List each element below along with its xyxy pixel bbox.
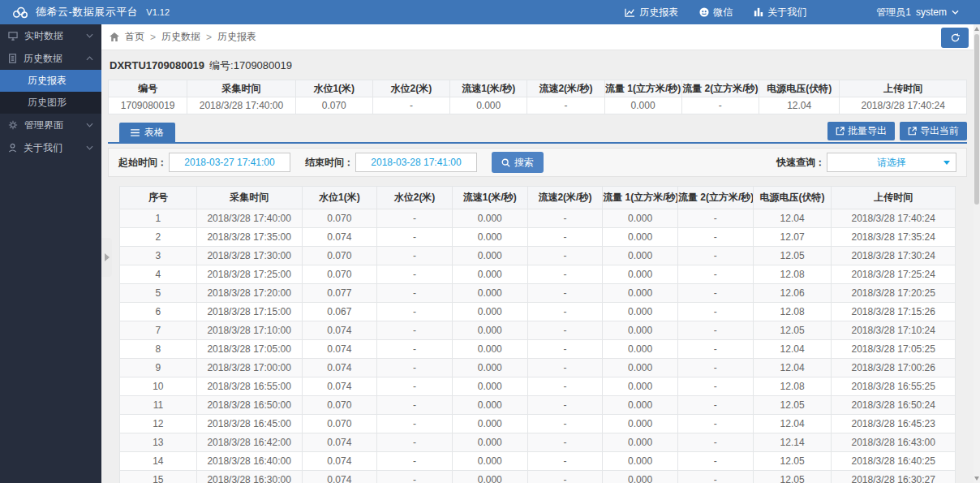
table-cell: - [527, 321, 603, 340]
refresh-icon [950, 32, 961, 43]
table-cell: 0.074 [302, 433, 377, 452]
table-cell: - [527, 228, 603, 247]
table-cell: - [527, 433, 603, 452]
table-cell: 0.000 [452, 321, 527, 340]
table-cell: - [377, 303, 453, 321]
scrollbar-down-arrow-icon[interactable] [974, 477, 979, 481]
table-cell: 2018/3/28 17:10:00 [196, 321, 302, 340]
sidebar-item-admin[interactable]: 管理界面 [0, 114, 101, 136]
refresh-button[interactable] [941, 28, 969, 48]
summary-table: 编号采集时间水位1(米)水位2(米)流速1(米/秒)流速2(米/秒)流量 1(立… [108, 80, 967, 114]
column-header: 流量 1(立方米/秒) [603, 187, 678, 209]
table-cell: 2018/3/28 16:40:25 [832, 452, 956, 471]
table-cell: 0.074 [302, 340, 377, 359]
list-icon [131, 129, 140, 136]
table-cell: 0.000 [452, 265, 527, 284]
sidebar-item-realtime-data[interactable]: 实时数据 [0, 24, 101, 47]
table-cell: 0.077 [302, 284, 377, 303]
table-cell: 8 [120, 340, 197, 359]
table-row: 132018/3/28 16:42:000.074-0.000-0.000-12… [120, 433, 956, 452]
table-cell: - [681, 97, 759, 114]
table-cell: 2018/3/28 16:30:00 [196, 471, 302, 483]
chevron-down-icon [952, 10, 959, 15]
batch-export-button[interactable]: 批量导出 [827, 122, 895, 140]
table-row: 32018/3/28 17:30:000.070-0.000-0.000-12.… [120, 247, 956, 265]
dropdown-arrow-icon [943, 161, 950, 165]
table-cell: 2018/3/28 16:45:00 [196, 415, 302, 433]
table-cell: 0.000 [603, 303, 678, 321]
sidebar-item-about[interactable]: 关于我们 [0, 136, 101, 159]
table-cell: 2018/3/28 17:15:26 [832, 303, 956, 321]
column-header: 电源电压(伏特) [753, 187, 832, 209]
column-header: 流量 1(立方米/秒) [604, 80, 681, 97]
table-row: 122018/3/28 16:45:000.070-0.000-0.000-12… [120, 415, 956, 433]
breadcrumb-history-report[interactable]: 历史报表 [217, 30, 256, 44]
nav-about-us[interactable]: 关于我们 [754, 6, 806, 19]
breadcrumb-history-data[interactable]: 历史数据 [161, 30, 200, 44]
table-cell: 12.05 [753, 471, 832, 483]
table-cell: - [677, 471, 753, 483]
table-cell: - [527, 340, 603, 359]
table-cell: - [377, 321, 453, 340]
table-cell: 0.000 [603, 452, 678, 471]
table-cell: 2018/3/28 17:20:25 [832, 284, 956, 303]
table-row: 22018/3/28 17:35:000.074-0.000-0.000-12.… [120, 228, 956, 247]
table-cell: 0.000 [452, 471, 527, 483]
table-cell: - [377, 359, 453, 377]
sidebar-collapse-handle[interactable] [101, 238, 112, 277]
column-header: 流速2(米/秒) [527, 187, 603, 209]
table-cell: 1 [120, 209, 197, 228]
end-time-input[interactable] [355, 153, 477, 172]
app-title: 德希云-数据展示平台 [36, 5, 138, 19]
tab-table[interactable]: 表格 [119, 123, 175, 142]
sidebar-item-history-data[interactable]: 历史数据 [0, 47, 101, 70]
table-row: 142018/3/28 16:40:000.074-0.000-0.000-12… [120, 452, 956, 471]
table-cell: 12.08 [753, 265, 832, 284]
search-icon [501, 158, 510, 167]
scrollbar-up-arrow-icon[interactable] [974, 27, 979, 31]
table-cell: 12.05 [753, 396, 832, 415]
search-button[interactable]: 搜索 [492, 152, 544, 173]
sidebar-item-history-report[interactable]: 历史报表 [0, 70, 101, 92]
tab-bar: 表格 批量导出 导出当前 [108, 123, 967, 144]
nav-history-report[interactable]: 历史报表 [625, 6, 678, 19]
cloud-logo-icon [11, 6, 29, 19]
table-cell: 12.04 [753, 209, 832, 228]
table-cell: 0.000 [450, 97, 527, 114]
table-cell: - [377, 452, 453, 471]
data-header-row: 序号采集时间水位1(米)水位2(米)流速1(米/秒)流速2(米/秒)流量 1(立… [120, 187, 956, 209]
table-cell: 3 [120, 247, 197, 265]
sidebar-item-history-graph[interactable]: 历史图形 [0, 92, 101, 114]
table-cell: 0.070 [302, 247, 377, 265]
table-cell: - [527, 265, 603, 284]
table-cell: 0.000 [603, 471, 678, 483]
table-cell: 14 [120, 452, 197, 471]
table-cell: 2018/3/28 16:45:23 [832, 415, 956, 433]
page-scrollbar[interactable] [974, 24, 980, 483]
table-cell: 2018/3/28 17:10:24 [832, 321, 956, 340]
table-cell: 0.000 [603, 265, 678, 284]
table-cell: 0.000 [603, 284, 678, 303]
quick-query-select[interactable]: 请选择 [827, 153, 956, 172]
summary-header-row: 编号采集时间水位1(米)水位2(米)流速1(米/秒)流速2(米/秒)流量 1(立… [109, 80, 967, 97]
start-time-input[interactable] [169, 153, 290, 172]
table-cell: - [377, 340, 453, 359]
column-header: 采集时间 [187, 80, 295, 97]
scrollbar-thumb[interactable] [974, 34, 979, 205]
column-header: 编号 [109, 80, 187, 97]
table-cell: 0.000 [452, 303, 527, 321]
table-cell: 0.000 [603, 377, 678, 396]
user-menu[interactable]: 管理员1 system [876, 6, 959, 19]
table-cell: - [377, 209, 453, 228]
export-current-button[interactable]: 导出当前 [900, 122, 967, 140]
breadcrumb-home[interactable]: 首页 [125, 30, 144, 44]
table-cell: - [377, 471, 453, 483]
table-cell: 2018/3/28 17:35:24 [832, 228, 956, 247]
table-cell: 2018/3/28 17:40:00 [187, 97, 295, 114]
table-cell: 7 [120, 321, 197, 340]
column-header: 水位2(米) [372, 80, 449, 97]
table-cell: 2018/3/28 16:43:00 [832, 433, 956, 452]
table-cell: 0.000 [603, 228, 678, 247]
table-cell: - [527, 303, 603, 321]
nav-wechat[interactable]: 微信 [699, 6, 733, 19]
